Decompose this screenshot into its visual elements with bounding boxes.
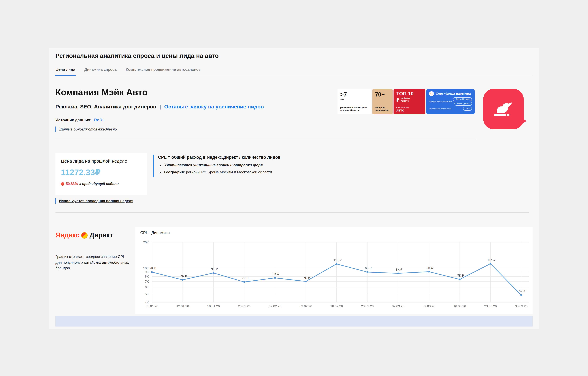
cpl-bullet-1: Учитываются уникальные звонки и отправки… <box>164 163 312 167</box>
svg-text:5K ₽: 5K ₽ <box>519 290 525 293</box>
delta-value: 50.83% <box>66 182 78 186</box>
delta-text: к предыдущей недели <box>79 182 119 186</box>
tab-complex-promotion[interactable]: Комплексное продвижение автосалонов <box>126 67 201 76</box>
certificate-header: Я Сертификат партнера <box>429 91 472 96</box>
certificate-row2-label: Отраслевая экспертиза: <box>429 108 452 110</box>
company-name: Компания Мэйк Авто <box>55 87 148 97</box>
cpl-chart-svg: 20K10K9K8K7K6K5K4K05.01.2612.01.2619.01.… <box>135 239 533 312</box>
svg-text:10K: 10K <box>143 266 149 270</box>
logo-tail <box>521 118 526 124</box>
svg-text:26.01.26: 26.01.26 <box>238 304 251 308</box>
ruble-icon: ₽ <box>396 98 399 102</box>
certificate-pill-metrika: Яндекс Метрика <box>453 97 472 101</box>
cpl-bullet-1-text: Учитываются уникальные звонки и отправки… <box>164 163 263 167</box>
services-text: Реклама, SEO, Аналитика для дилеров <box>55 104 156 110</box>
svg-text:7K ₽: 7K ₽ <box>304 276 310 279</box>
badge-experience: >7 лет работаем в маркетинге для автобиз… <box>337 89 371 114</box>
svg-text:09.03.26: 09.03.26 <box>423 304 435 308</box>
cta-link[interactable]: Оставьте заявку на увеличение лидов <box>164 104 264 110</box>
rating-runeta-logo: ₽ РЕЙТИНГ РУНЕТА <box>396 98 423 102</box>
svg-text:20K: 20K <box>143 240 149 244</box>
svg-text:02.03.26: 02.03.26 <box>392 304 404 308</box>
update-note: Данные обновляются ежедневно <box>55 127 117 132</box>
source-label: Источник данных: <box>55 118 92 122</box>
source-line: Источник данных: RoDL <box>55 118 105 122</box>
dealers-caption: дилеров продвигаем <box>375 106 391 112</box>
svg-text:30.03.26: 30.03.26 <box>515 304 527 308</box>
rating-brand-line2: РУНЕТА <box>401 100 409 102</box>
experience-value: >7 <box>340 92 369 97</box>
direct-wordmark: Директ <box>90 231 113 239</box>
svg-text:4K: 4K <box>145 301 149 304</box>
certificate-row1-label: Продуктовая экспертиза: <box>429 100 452 103</box>
price-delta: 50.83% к предыдущей недели <box>61 182 141 186</box>
cpl-formula: CPL = общий расход в Яндекс.Директ / кол… <box>158 155 312 160</box>
lead-price-card: Цена лида на прошлой неделе 11272.33₽ 50… <box>55 153 147 195</box>
source-link[interactable]: RoDL <box>94 118 105 122</box>
red-circle-icon <box>61 182 64 185</box>
tabs-divider <box>55 76 533 76</box>
rating-value: ТОП-10 <box>396 91 423 96</box>
direct-circle-icon <box>81 232 88 238</box>
price-value: 11272.33₽ <box>61 168 141 177</box>
rating-category: АВТО <box>396 108 409 112</box>
dealers-value: 70+ <box>375 92 390 97</box>
services-line: Реклама, SEO, Аналитика для дилеров | Ос… <box>55 104 264 110</box>
svg-text:7K ₽: 7K ₽ <box>180 274 187 278</box>
tab-demand-dynamics[interactable]: Динамика спроса <box>84 67 116 76</box>
rating-brand-text: РЕЙТИНГ РУНЕТА <box>401 98 410 102</box>
make-auto-logo <box>483 89 524 129</box>
experience-unit: лет <box>340 98 369 101</box>
badge-certificate: Я Сертификат партнера Продуктовая экспер… <box>426 89 475 114</box>
svg-text:12.01.26: 12.01.26 <box>176 304 189 308</box>
week-note: Используется последняя полная неделя <box>55 198 133 204</box>
bird-icon <box>488 94 519 126</box>
svg-text:19.01.26: 19.01.26 <box>207 304 220 308</box>
yandex-direct-logo: Яндекс Директ <box>55 231 113 239</box>
svg-text:9K ₽: 9K ₽ <box>427 266 433 269</box>
svg-text:11K ₽: 11K ₽ <box>334 258 342 262</box>
tab-bar: Цена лида Динамика спроса Комплексное пр… <box>55 67 200 76</box>
certificate-title: Сертификат партнера <box>436 92 471 96</box>
geography-label: География: <box>164 170 185 174</box>
svg-text:16.03.26: 16.03.26 <box>453 304 466 308</box>
svg-text:7K: 7K <box>145 280 149 283</box>
svg-text:02.02.26: 02.02.26 <box>269 304 281 308</box>
section-divider <box>55 139 476 139</box>
certificate-pill-direct: Яндекс Директ <box>454 102 472 106</box>
experience-caption: работаем в маркетинге для автобизнеса <box>340 106 369 112</box>
certificate-row1-pills: Яндекс Метрика Яндекс Директ <box>453 97 472 106</box>
svg-text:05.01.26: 05.01.26 <box>146 304 158 308</box>
tab-lead-price[interactable]: Цена лида <box>55 67 75 76</box>
price-card-title: Цена лида на прошлой неделе <box>61 158 141 164</box>
svg-text:7K ₽: 7K ₽ <box>457 274 464 277</box>
svg-text:11K ₽: 11K ₽ <box>487 258 495 262</box>
footer-strip <box>55 316 533 327</box>
separator: | <box>159 104 161 110</box>
svg-text:8K ₽: 8K ₽ <box>273 272 279 276</box>
page-title: Региональная аналитика спроса и цены лид… <box>55 52 219 59</box>
certificate-row-industry: Отраслевая экспертиза: Авто <box>429 107 472 111</box>
svg-text:8K: 8K <box>145 275 149 278</box>
section-divider-2 <box>55 212 529 213</box>
yandex-wordmark: Яндекс <box>55 231 79 239</box>
svg-text:9K ₽: 9K ₽ <box>211 268 218 271</box>
cpl-bullet-list: Учитываются уникальные звонки и отправки… <box>164 163 312 174</box>
svg-text:5K: 5K <box>145 292 149 296</box>
svg-text:9K ₽: 9K ₽ <box>365 267 372 270</box>
svg-text:9K: 9K <box>145 270 149 274</box>
cpl-bullet-2: География: регионы РФ, кроме Москвы и Мо… <box>164 170 312 174</box>
svg-text:16.02.26: 16.02.26 <box>330 304 343 308</box>
svg-text:23.03.26: 23.03.26 <box>484 304 497 308</box>
page-background: Региональная аналитика спроса и цены лид… <box>0 0 588 376</box>
badge-dealers: 70+ дилеров продвигаем <box>372 89 393 114</box>
badge-row: >7 лет работаем в маркетинге для автобиз… <box>337 89 475 114</box>
svg-text:09.02.26: 09.02.26 <box>300 304 312 308</box>
svg-text:7K ₽: 7K ₽ <box>242 277 249 280</box>
svg-text:8K ₽: 8K ₽ <box>396 268 402 271</box>
main-panel: Региональная аналитика спроса и цены лид… <box>49 48 539 329</box>
svg-text:6K: 6K <box>145 285 149 289</box>
cpl-definition: CPL = общий расход в Яндекс.Директ / кол… <box>153 155 312 177</box>
svg-text:9K ₽: 9K ₽ <box>150 267 156 270</box>
rating-caption: в категории АВТО <box>396 106 409 112</box>
